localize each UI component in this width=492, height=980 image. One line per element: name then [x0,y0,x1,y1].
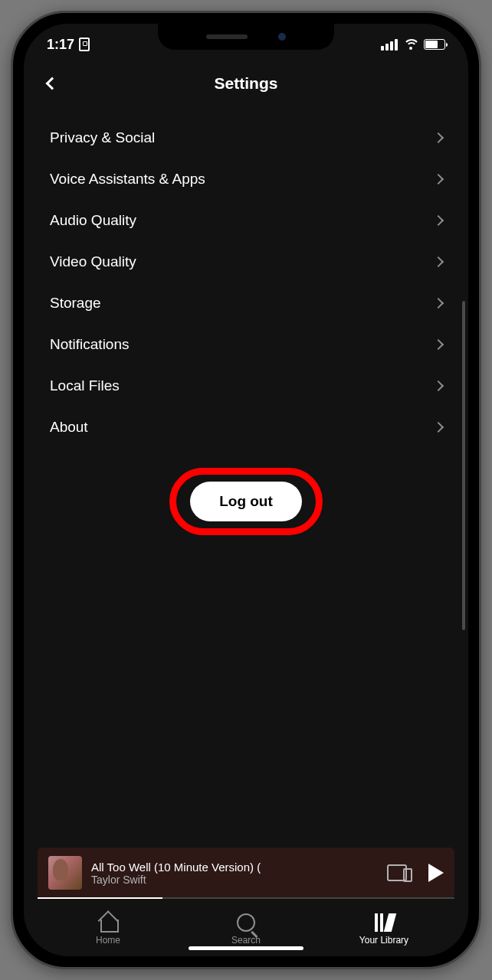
settings-item-label: Local Files [50,377,120,394]
library-icon [375,913,394,932]
speaker-grill [206,34,248,39]
settings-item-label: Privacy & Social [50,129,155,146]
settings-item-label: Storage [50,295,101,312]
cellular-signal-icon [381,39,398,51]
page-title: Settings [215,74,278,93]
tab-label: Home [96,935,120,946]
chevron-right-icon [433,215,444,226]
album-art [48,856,82,890]
settings-item-label: Notifications [50,336,130,353]
scrollbar-indicator[interactable] [462,301,465,630]
settings-item-label: Audio Quality [50,212,136,229]
settings-item-storage[interactable]: Storage [24,283,468,324]
notch [158,24,334,50]
settings-item-voice-assistants[interactable]: Voice Assistants & Apps [24,158,468,200]
settings-item-label: About [50,419,88,436]
front-camera [278,33,286,41]
play-button[interactable] [428,864,444,882]
phone-frame: 1:17 Settings Privacy & Social Voice Ass… [11,11,481,969]
settings-item-notifications[interactable]: Notifications [24,324,468,365]
home-icon [98,913,118,932]
mini-player[interactable]: All Too Well (10 Minute Version) ( Taylo… [38,848,454,898]
progress-fill [38,897,162,899]
chevron-right-icon [433,381,444,391]
settings-item-about[interactable]: About [24,407,468,448]
tab-home[interactable]: Home [39,913,177,946]
chevron-right-icon [433,256,444,267]
search-icon [237,913,255,932]
tab-label: Your Library [359,935,408,946]
chevron-right-icon [433,174,444,185]
annotation-highlight-ring [169,468,323,535]
chevron-right-icon [433,422,444,433]
chevron-left-icon [46,77,59,90]
status-right [381,39,445,51]
settings-item-audio-quality[interactable]: Audio Quality [24,200,468,241]
back-button[interactable] [41,72,64,95]
chevron-right-icon [433,339,444,350]
header: Settings [24,60,468,106]
settings-item-label: Voice Assistants & Apps [50,171,205,188]
logout-container: Log out [24,482,468,521]
tab-search[interactable]: Search [177,913,315,946]
tab-library[interactable]: Your Library [315,913,453,946]
home-indicator[interactable] [189,946,303,950]
chevron-right-icon [433,132,444,143]
settings-item-privacy-social[interactable]: Privacy & Social [24,117,468,158]
screen: 1:17 Settings Privacy & Social Voice Ass… [24,24,468,956]
settings-list[interactable]: Privacy & Social Voice Assistants & Apps… [24,106,468,848]
wifi-icon [403,39,418,51]
track-title: All Too Well (10 Minute Version) ( [91,861,378,874]
track-artist: Taylor Swift [91,874,378,886]
status-left: 1:17 [47,37,90,53]
sim-icon [79,38,90,51]
battery-icon [424,39,445,50]
settings-item-local-files[interactable]: Local Files [24,365,468,407]
settings-item-video-quality[interactable]: Video Quality [24,241,468,283]
track-info: All Too Well (10 Minute Version) ( Taylo… [91,861,378,886]
connect-devices-icon[interactable] [387,864,407,881]
status-time: 1:17 [47,37,74,53]
chevron-right-icon [433,298,444,309]
settings-item-label: Video Quality [50,253,136,270]
